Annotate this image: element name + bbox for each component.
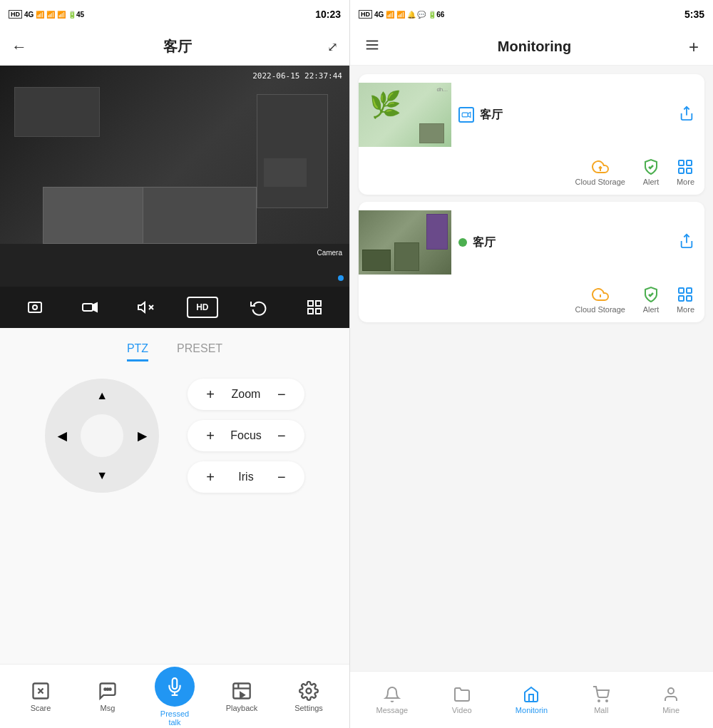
- more-icon-1: [677, 158, 694, 175]
- iris-minus-button[interactable]: −: [273, 468, 290, 486]
- nav-monitoring[interactable]: Monitorin: [510, 686, 553, 714]
- alert-2[interactable]: Alert: [642, 286, 660, 314]
- hd-badge-left: HD: [9, 10, 22, 19]
- grid-button[interactable]: [300, 293, 329, 322]
- msg-icon: [98, 681, 118, 701]
- svg-rect-9: [308, 309, 313, 314]
- nav-message[interactable]: Message: [371, 686, 414, 714]
- rotate-button[interactable]: [245, 293, 273, 322]
- focus-plus-button[interactable]: +: [202, 427, 219, 444]
- dpad-down-button[interactable]: ▼: [89, 463, 115, 488]
- monitoring-label: Monitorin: [515, 706, 548, 714]
- more-2[interactable]: More: [677, 286, 694, 314]
- zoom-minus-button[interactable]: −: [273, 386, 290, 403]
- device-name-1: 客厅: [480, 108, 503, 123]
- add-button[interactable]: +: [689, 37, 699, 57]
- nav-playback[interactable]: Playback: [220, 681, 263, 712]
- settings-label: Settings: [294, 704, 323, 712]
- video-icon: [453, 686, 471, 703]
- thumb-watermark-1: dh...: [436, 86, 448, 93]
- zoom-plus-button[interactable]: +: [202, 386, 219, 403]
- thumb-scene-1: 🌿 dh...: [359, 83, 451, 147]
- nav-mine[interactable]: Mine: [650, 686, 692, 714]
- nav-mic[interactable]: Pressedtalk: [153, 667, 196, 727]
- msg-label: Msg: [101, 704, 116, 712]
- alert-icon-1: [642, 158, 660, 175]
- nav-settings[interactable]: Settings: [287, 681, 330, 712]
- controls-bar: HD: [0, 287, 349, 328]
- settings-icon: [299, 681, 319, 701]
- svg-rect-2: [83, 304, 93, 311]
- alert-label-1: Alert: [643, 178, 660, 186]
- back-button[interactable]: ←: [11, 38, 27, 56]
- tab-preset[interactable]: PRESET: [177, 342, 222, 362]
- alert-1[interactable]: Alert: [642, 158, 660, 186]
- box-a: [362, 250, 391, 271]
- signal-icons-left: 4G 📶 📶: [24, 11, 55, 19]
- mic-circle: [155, 667, 195, 707]
- focus-label: Focus: [230, 429, 262, 442]
- hamburger-icon: [364, 37, 380, 53]
- more-label-2: More: [677, 305, 694, 314]
- share-button-1[interactable]: [679, 106, 694, 125]
- svg-rect-31: [679, 168, 684, 173]
- ptz-controls: ▲ ▼ ◀ ▶ + Zoom − + Focus −: [14, 379, 335, 493]
- header-right: Monitoring +: [350, 29, 713, 66]
- tabs: PTZ PRESET: [14, 342, 335, 362]
- online-dot-2: [458, 238, 467, 247]
- focus-row: + Focus −: [188, 420, 304, 451]
- camera-feed: 2022-06-15 22:37:44 Camera: [0, 66, 349, 287]
- status-icons-right: HD 4G 📶 📶 🔔 💬 🔋66: [359, 10, 444, 19]
- dpad-left-button[interactable]: ◀: [49, 423, 75, 448]
- cam-desk2: [143, 187, 257, 244]
- record-button[interactable]: [76, 293, 104, 322]
- focus-minus-button[interactable]: −: [273, 427, 290, 444]
- expand-button[interactable]: ⤢: [327, 39, 338, 55]
- status-icons-left: HD 4G 📶 📶 📶 🔋45: [9, 10, 84, 19]
- menu-button[interactable]: [364, 37, 380, 56]
- cloud-storage-1[interactable]: Cloud Storage: [575, 158, 625, 186]
- scare-label: Scare: [31, 704, 51, 712]
- bottom-nav-right: Message Video Monitorin Mall: [350, 671, 713, 728]
- svg-point-1: [33, 305, 37, 309]
- camera-scene: [0, 66, 349, 287]
- hd-button[interactable]: HD: [187, 297, 218, 318]
- mall-icon: [593, 686, 610, 703]
- message-icon: [384, 686, 401, 703]
- device-info-1: 客厅: [451, 107, 679, 123]
- dpad-circle: ▲ ▼ ◀ ▶: [45, 379, 159, 493]
- cloud-storage-2[interactable]: Cloud Storage: [575, 286, 625, 314]
- nav-msg[interactable]: Msg: [86, 681, 129, 712]
- nav-scare[interactable]: Scare: [19, 681, 62, 712]
- scare-icon: [31, 681, 51, 701]
- nav-video[interactable]: Video: [441, 686, 483, 714]
- zoom-label: Zoom: [230, 388, 262, 401]
- mall-label: Mall: [594, 706, 608, 714]
- nav-mall[interactable]: Mall: [580, 686, 622, 714]
- device-status-icon-1: [458, 107, 474, 123]
- more-1[interactable]: More: [677, 158, 694, 186]
- svg-point-13: [107, 688, 108, 689]
- svg-marker-4: [138, 302, 145, 312]
- svg-rect-25: [462, 113, 468, 117]
- svg-rect-0: [29, 302, 41, 312]
- iris-plus-button[interactable]: +: [202, 468, 219, 486]
- monitoring-icon: [523, 686, 540, 703]
- share-button-2[interactable]: [679, 233, 694, 252]
- mic-icon: [165, 677, 184, 696]
- mute-button[interactable]: [131, 293, 160, 322]
- mic-label: Pressedtalk: [160, 709, 189, 727]
- svg-rect-36: [679, 296, 684, 301]
- right-panel: HD 4G 📶 📶 🔔 💬 🔋66 5:35 Monitoring + 🌿: [350, 0, 713, 728]
- iris-label: Iris: [230, 471, 262, 483]
- dpad-up-button[interactable]: ▲: [89, 383, 115, 409]
- more-label-1: More: [677, 178, 694, 186]
- dpad-right-button[interactable]: ▶: [129, 423, 155, 448]
- screenshot-button[interactable]: [21, 293, 49, 322]
- page-title-left: 客厅: [163, 37, 192, 56]
- ptz-section: PTZ PRESET ▲ ▼ ◀ ▶ + Zoom −: [0, 328, 349, 664]
- wifi-icon: 📶: [57, 11, 66, 19]
- device-card-top-1: 🌿 dh... 客厅: [359, 74, 704, 153]
- tab-ptz[interactable]: PTZ: [127, 342, 148, 362]
- playback-icon: [232, 681, 252, 701]
